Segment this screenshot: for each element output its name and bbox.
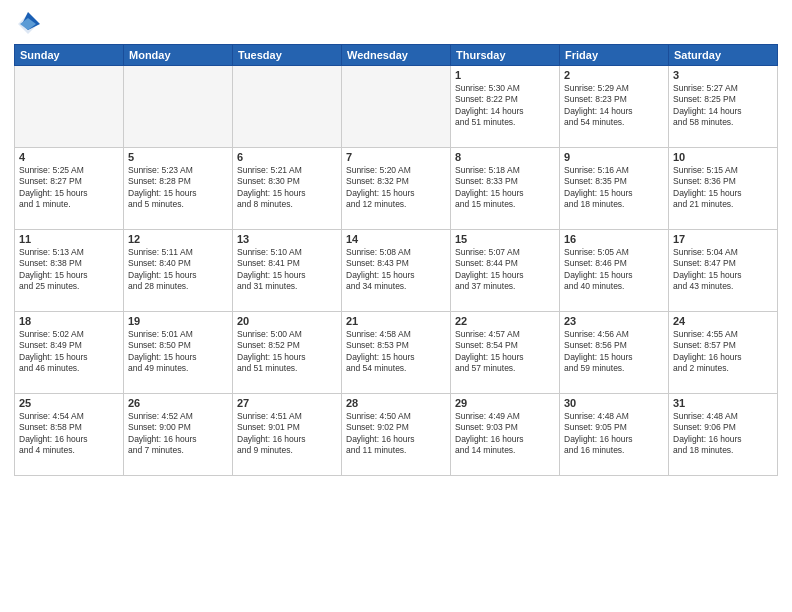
day-number: 5 (128, 151, 228, 163)
day-info: Sunrise: 5:05 AM Sunset: 8:46 PM Dayligh… (564, 247, 664, 293)
day-number: 10 (673, 151, 773, 163)
day-info: Sunrise: 5:15 AM Sunset: 8:36 PM Dayligh… (673, 165, 773, 211)
calendar-cell: 11Sunrise: 5:13 AM Sunset: 8:38 PM Dayli… (15, 230, 124, 312)
day-number: 9 (564, 151, 664, 163)
day-number: 16 (564, 233, 664, 245)
header (14, 10, 778, 38)
calendar-cell: 29Sunrise: 4:49 AM Sunset: 9:03 PM Dayli… (451, 394, 560, 476)
day-info: Sunrise: 5:16 AM Sunset: 8:35 PM Dayligh… (564, 165, 664, 211)
day-info: Sunrise: 5:00 AM Sunset: 8:52 PM Dayligh… (237, 329, 337, 375)
day-info: Sunrise: 5:04 AM Sunset: 8:47 PM Dayligh… (673, 247, 773, 293)
logo (14, 10, 46, 38)
day-number: 8 (455, 151, 555, 163)
day-info: Sunrise: 5:27 AM Sunset: 8:25 PM Dayligh… (673, 83, 773, 129)
day-number: 28 (346, 397, 446, 409)
calendar-cell: 7Sunrise: 5:20 AM Sunset: 8:32 PM Daylig… (342, 148, 451, 230)
day-info: Sunrise: 5:23 AM Sunset: 8:28 PM Dayligh… (128, 165, 228, 211)
day-number: 11 (19, 233, 119, 245)
day-info: Sunrise: 4:56 AM Sunset: 8:56 PM Dayligh… (564, 329, 664, 375)
calendar-cell: 13Sunrise: 5:10 AM Sunset: 8:41 PM Dayli… (233, 230, 342, 312)
calendar-cell: 8Sunrise: 5:18 AM Sunset: 8:33 PM Daylig… (451, 148, 560, 230)
day-info: Sunrise: 4:54 AM Sunset: 8:58 PM Dayligh… (19, 411, 119, 457)
page: SundayMondayTuesdayWednesdayThursdayFrid… (0, 0, 792, 612)
header-cell-wednesday: Wednesday (342, 45, 451, 66)
calendar-cell (124, 66, 233, 148)
calendar-cell: 23Sunrise: 4:56 AM Sunset: 8:56 PM Dayli… (560, 312, 669, 394)
calendar-cell: 18Sunrise: 5:02 AM Sunset: 8:49 PM Dayli… (15, 312, 124, 394)
day-info: Sunrise: 4:48 AM Sunset: 9:06 PM Dayligh… (673, 411, 773, 457)
calendar-cell: 5Sunrise: 5:23 AM Sunset: 8:28 PM Daylig… (124, 148, 233, 230)
calendar-cell: 12Sunrise: 5:11 AM Sunset: 8:40 PM Dayli… (124, 230, 233, 312)
day-info: Sunrise: 4:49 AM Sunset: 9:03 PM Dayligh… (455, 411, 555, 457)
calendar-cell: 24Sunrise: 4:55 AM Sunset: 8:57 PM Dayli… (669, 312, 778, 394)
calendar-cell (15, 66, 124, 148)
day-number: 27 (237, 397, 337, 409)
calendar-cell: 9Sunrise: 5:16 AM Sunset: 8:35 PM Daylig… (560, 148, 669, 230)
week-row-2: 4Sunrise: 5:25 AM Sunset: 8:27 PM Daylig… (15, 148, 778, 230)
calendar-cell (233, 66, 342, 148)
day-number: 13 (237, 233, 337, 245)
calendar-cell: 16Sunrise: 5:05 AM Sunset: 8:46 PM Dayli… (560, 230, 669, 312)
week-row-1: 1Sunrise: 5:30 AM Sunset: 8:22 PM Daylig… (15, 66, 778, 148)
calendar-cell: 27Sunrise: 4:51 AM Sunset: 9:01 PM Dayli… (233, 394, 342, 476)
day-info: Sunrise: 5:10 AM Sunset: 8:41 PM Dayligh… (237, 247, 337, 293)
day-info: Sunrise: 4:48 AM Sunset: 9:05 PM Dayligh… (564, 411, 664, 457)
day-number: 3 (673, 69, 773, 81)
day-number: 17 (673, 233, 773, 245)
header-cell-saturday: Saturday (669, 45, 778, 66)
header-cell-thursday: Thursday (451, 45, 560, 66)
day-info: Sunrise: 4:55 AM Sunset: 8:57 PM Dayligh… (673, 329, 773, 375)
day-number: 7 (346, 151, 446, 163)
day-number: 14 (346, 233, 446, 245)
calendar-cell: 4Sunrise: 5:25 AM Sunset: 8:27 PM Daylig… (15, 148, 124, 230)
day-number: 1 (455, 69, 555, 81)
calendar-cell: 22Sunrise: 4:57 AM Sunset: 8:54 PM Dayli… (451, 312, 560, 394)
header-cell-monday: Monday (124, 45, 233, 66)
calendar-cell: 31Sunrise: 4:48 AM Sunset: 9:06 PM Dayli… (669, 394, 778, 476)
calendar: SundayMondayTuesdayWednesdayThursdayFrid… (14, 44, 778, 476)
day-number: 18 (19, 315, 119, 327)
day-number: 6 (237, 151, 337, 163)
day-info: Sunrise: 5:20 AM Sunset: 8:32 PM Dayligh… (346, 165, 446, 211)
day-number: 15 (455, 233, 555, 245)
calendar-header-row: SundayMondayTuesdayWednesdayThursdayFrid… (15, 45, 778, 66)
day-number: 2 (564, 69, 664, 81)
day-info: Sunrise: 5:30 AM Sunset: 8:22 PM Dayligh… (455, 83, 555, 129)
calendar-cell: 21Sunrise: 4:58 AM Sunset: 8:53 PM Dayli… (342, 312, 451, 394)
day-number: 19 (128, 315, 228, 327)
day-info: Sunrise: 5:18 AM Sunset: 8:33 PM Dayligh… (455, 165, 555, 211)
day-info: Sunrise: 4:58 AM Sunset: 8:53 PM Dayligh… (346, 329, 446, 375)
week-row-3: 11Sunrise: 5:13 AM Sunset: 8:38 PM Dayli… (15, 230, 778, 312)
day-number: 4 (19, 151, 119, 163)
calendar-cell: 28Sunrise: 4:50 AM Sunset: 9:02 PM Dayli… (342, 394, 451, 476)
calendar-cell: 10Sunrise: 5:15 AM Sunset: 8:36 PM Dayli… (669, 148, 778, 230)
day-number: 12 (128, 233, 228, 245)
logo-icon (14, 10, 42, 38)
day-number: 21 (346, 315, 446, 327)
calendar-cell: 30Sunrise: 4:48 AM Sunset: 9:05 PM Dayli… (560, 394, 669, 476)
calendar-cell: 2Sunrise: 5:29 AM Sunset: 8:23 PM Daylig… (560, 66, 669, 148)
day-number: 26 (128, 397, 228, 409)
day-info: Sunrise: 4:50 AM Sunset: 9:02 PM Dayligh… (346, 411, 446, 457)
day-info: Sunrise: 5:02 AM Sunset: 8:49 PM Dayligh… (19, 329, 119, 375)
day-number: 22 (455, 315, 555, 327)
calendar-cell: 17Sunrise: 5:04 AM Sunset: 8:47 PM Dayli… (669, 230, 778, 312)
header-cell-sunday: Sunday (15, 45, 124, 66)
header-cell-tuesday: Tuesday (233, 45, 342, 66)
day-info: Sunrise: 5:25 AM Sunset: 8:27 PM Dayligh… (19, 165, 119, 211)
day-info: Sunrise: 5:21 AM Sunset: 8:30 PM Dayligh… (237, 165, 337, 211)
day-number: 31 (673, 397, 773, 409)
day-info: Sunrise: 5:07 AM Sunset: 8:44 PM Dayligh… (455, 247, 555, 293)
day-info: Sunrise: 5:01 AM Sunset: 8:50 PM Dayligh… (128, 329, 228, 375)
calendar-cell: 26Sunrise: 4:52 AM Sunset: 9:00 PM Dayli… (124, 394, 233, 476)
calendar-body: 1Sunrise: 5:30 AM Sunset: 8:22 PM Daylig… (15, 66, 778, 476)
day-info: Sunrise: 5:11 AM Sunset: 8:40 PM Dayligh… (128, 247, 228, 293)
week-row-4: 18Sunrise: 5:02 AM Sunset: 8:49 PM Dayli… (15, 312, 778, 394)
day-number: 23 (564, 315, 664, 327)
day-number: 29 (455, 397, 555, 409)
calendar-cell: 6Sunrise: 5:21 AM Sunset: 8:30 PM Daylig… (233, 148, 342, 230)
calendar-cell: 1Sunrise: 5:30 AM Sunset: 8:22 PM Daylig… (451, 66, 560, 148)
calendar-cell: 20Sunrise: 5:00 AM Sunset: 8:52 PM Dayli… (233, 312, 342, 394)
calendar-cell: 15Sunrise: 5:07 AM Sunset: 8:44 PM Dayli… (451, 230, 560, 312)
week-row-5: 25Sunrise: 4:54 AM Sunset: 8:58 PM Dayli… (15, 394, 778, 476)
